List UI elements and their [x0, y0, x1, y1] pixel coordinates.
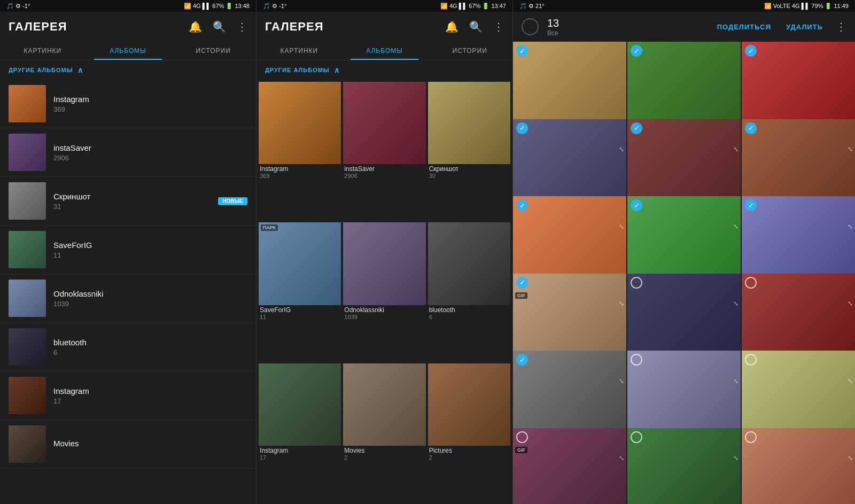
image-grid: ✓⤡✓⤡✓⤡✓⤡✓⤡✓⤡✓GIF⤡✓⤡✓⤡✓⤡⤡⤡✓GIF⤡⤡⤡⤡⤡⤡	[513, 42, 855, 504]
album-thumb	[9, 280, 46, 317]
grid-count: 2	[343, 454, 425, 461]
status-bar-1: 🎵 ⚙ -1° 📶 4G ▌▌ 67% 🔋 13:48	[0, 0, 256, 12]
grid-thumb	[259, 363, 341, 446]
grid-item[interactable]: Odnoklassniki 1039	[343, 222, 425, 361]
grid-count: 1039	[343, 314, 425, 320]
album-thumb	[9, 377, 46, 414]
tab-альбомы-1[interactable]: АЛЬБОМЫ	[86, 42, 171, 60]
album-count: 11	[53, 251, 247, 259]
delete-button[interactable]: УДАЛИТЬ	[786, 23, 823, 31]
check-overlay: ✓	[745, 122, 757, 134]
expand-icon: ⤡	[733, 377, 739, 385]
list-item[interactable]: Instagram 17	[0, 371, 256, 420]
list-item[interactable]: Movies	[0, 420, 256, 469]
list-item[interactable]: Скриншот 31 НОВЫЕ	[0, 177, 256, 226]
album-count: 6	[53, 348, 247, 356]
grid-item[interactable]: Instagram 17	[259, 363, 341, 502]
list-item[interactable]: Odnoklassniki 1039	[0, 274, 256, 323]
expand-icon: ⤡	[848, 300, 853, 307]
grid-label: Pictures	[428, 447, 510, 454]
section-label-1: ДРУГИЕ АЛЬБОМЫ	[9, 67, 73, 73]
check-overlay-empty	[631, 277, 642, 289]
album-name: instaSaver	[53, 143, 247, 152]
album-info: instaSaver 2906	[53, 143, 247, 162]
album-name: bluetooth	[53, 338, 247, 347]
section-label-2: ДРУГИЕ АЛЬБОМЫ	[265, 67, 330, 73]
check-overlay-empty	[745, 277, 757, 289]
expand-icon: ⤡	[733, 223, 739, 230]
select-all-button[interactable]	[522, 18, 539, 35]
search-icon-2[interactable]: 🔍	[469, 20, 483, 33]
section-header-2: ДРУГИЕ АЛЬБОМЫ ∧	[256, 60, 512, 80]
list-item[interactable]: Instagram 369	[0, 80, 256, 128]
grid-label: Instagram	[259, 447, 341, 454]
header-2: ГАЛЕРЕЯ 🔔 🔍 ⋮	[256, 12, 512, 42]
grid-item[interactable]: bluetooth 6	[428, 222, 510, 361]
status-bar-2: 🎵 ⚙ -1° 📶 4G ▌▌ 67% 🔋 13:47	[256, 0, 512, 12]
more-icon-2[interactable]: ⋮	[493, 20, 504, 33]
album-thumb	[9, 182, 46, 220]
list-item[interactable]: bluetooth 6	[0, 323, 256, 371]
share-button[interactable]: ПОДЕЛИТЬСЯ	[717, 23, 771, 31]
album-info: Instagram 17	[53, 386, 247, 405]
grid-thumb	[343, 82, 425, 164]
panel-list: 🎵 ⚙ -1° 📶 4G ▌▌ 67% 🔋 13:48 ГАЛЕРЕЯ 🔔 🔍 …	[0, 0, 256, 504]
more-icon-3[interactable]: ⋮	[836, 20, 846, 33]
tab-истории-2[interactable]: ИСТОРИИ	[427, 42, 512, 60]
chevron-up-icon-2[interactable]: ∧	[334, 66, 340, 74]
expand-icon: ⤡	[848, 223, 853, 230]
tab-картинки-1[interactable]: КАРТИНКИ	[0, 42, 86, 60]
notification-icon-2[interactable]: 🔔	[445, 20, 458, 33]
grid-item[interactable]: Movies 2	[343, 363, 425, 502]
grid-item[interactable]: ПАРК SaveForIG 11	[259, 222, 341, 361]
grid-thumb: ПАРК	[259, 222, 341, 305]
album-name: Odnoklassniki	[53, 289, 247, 298]
status-bar-3: 🎵 ⚙ 21° 📶 VoLTE 4G ▌▌ 79% 🔋 11:49	[513, 0, 855, 12]
grid-label: Скриншот	[428, 165, 510, 173]
tab-альбомы-2[interactable]: АЛЬБОМЫ	[342, 42, 428, 60]
image-cell[interactable]: ⤡	[742, 428, 855, 505]
grid-count: 2906	[343, 173, 425, 179]
expand-icon: ⤡	[733, 300, 739, 307]
notification-icon-1[interactable]: 🔔	[189, 20, 202, 33]
album-count: 31	[53, 203, 218, 211]
check-overlay-empty	[745, 431, 757, 443]
tab-картинки-2[interactable]: КАРТИНКИ	[256, 42, 342, 60]
grid-item[interactable]: Instagram 369	[259, 82, 341, 220]
check-overlay: ✓	[516, 199, 528, 211]
check-overlay: ✓	[745, 45, 757, 57]
app-title-2: ГАЛЕРЕЯ	[265, 20, 445, 34]
badge-new: НОВЫЕ	[218, 197, 247, 205]
expand-icon: ⤡	[619, 300, 624, 307]
status-left-3: 🎵 ⚙ 21°	[519, 3, 545, 10]
search-icon-1[interactable]: 🔍	[213, 20, 226, 33]
album-name: Instagram	[53, 95, 247, 104]
list-item[interactable]: instaSaver 2906	[0, 128, 256, 177]
status-right-3: 📶 VoLTE 4G ▌▌ 79% 🔋 11:49	[764, 3, 849, 10]
album-count: 1039	[53, 300, 247, 308]
expand-icon: ⤡	[733, 145, 739, 153]
check-overlay: ✓	[516, 354, 528, 366]
grid-item[interactable]: Скриншот 30	[428, 82, 510, 220]
check-overlay: ✓	[631, 199, 642, 211]
list-item[interactable]: SaveForIG 11	[0, 226, 256, 274]
more-icon-1[interactable]: ⋮	[237, 20, 247, 33]
tab-истории-1[interactable]: ИСТОРИИ	[170, 42, 256, 60]
album-info: bluetooth 6	[53, 338, 247, 356]
grid-item[interactable]: Pictures 2	[428, 363, 510, 502]
grid-label: bluetooth	[428, 306, 510, 314]
grid-thumb	[343, 222, 425, 305]
grid-label: Instagram	[259, 165, 341, 173]
album-thumb	[9, 425, 46, 463]
chevron-up-icon-1[interactable]: ∧	[77, 66, 83, 74]
selection-header: 13 Все ПОДЕЛИТЬСЯ УДАЛИТЬ ⋮	[513, 12, 855, 42]
grid-count: 2	[428, 454, 510, 461]
grid-count: 17	[259, 454, 341, 461]
grid-thumb	[428, 82, 510, 164]
album-info: SaveForIG 11	[53, 241, 247, 259]
gif-badge: GIF	[515, 447, 527, 453]
image-cell[interactable]: ⤡	[627, 428, 741, 505]
grid-item[interactable]: instaSaver 2906	[343, 82, 425, 220]
image-cell[interactable]: ⤡	[513, 428, 626, 505]
album-grid: Instagram 369 instaSaver 2906 Скриншот 3…	[256, 80, 512, 504]
